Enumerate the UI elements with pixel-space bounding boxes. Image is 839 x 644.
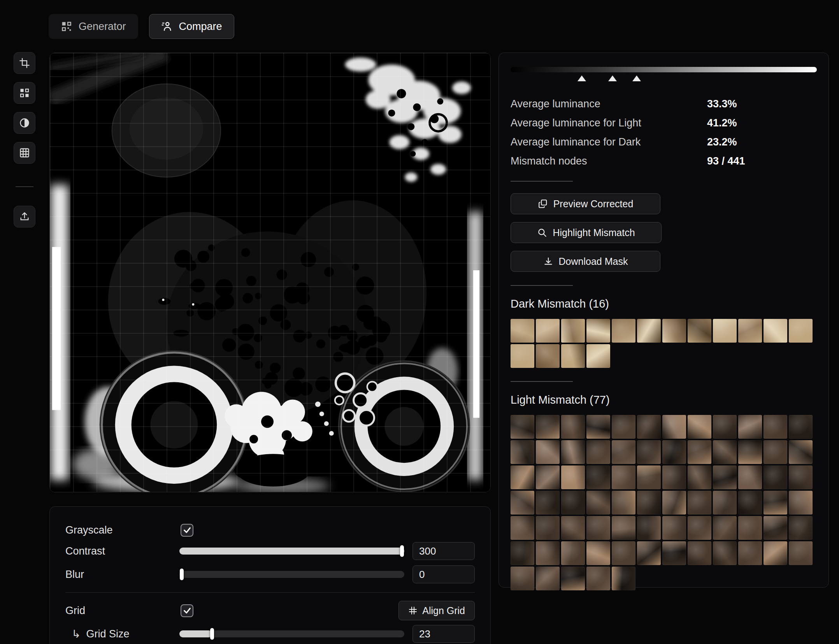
light-mismatch-tile[interactable]: [586, 415, 610, 439]
dark-mismatch-tile[interactable]: [561, 344, 585, 368]
light-mismatch-tile[interactable]: [561, 516, 585, 540]
light-mismatch-tile[interactable]: [511, 491, 534, 514]
light-mismatch-tile[interactable]: [738, 415, 762, 439]
dark-mismatch-tile[interactable]: [586, 344, 610, 368]
light-mismatch-tile[interactable]: [688, 415, 711, 439]
grid-button[interactable]: [14, 142, 35, 164]
align-grid-button[interactable]: Align Grid: [398, 601, 475, 620]
light-mismatch-tile[interactable]: [662, 440, 686, 464]
light-mismatch-tile[interactable]: [536, 440, 560, 464]
light-mismatch-tile[interactable]: [586, 491, 610, 514]
light-mismatch-tile[interactable]: [561, 567, 585, 590]
light-mismatch-tile[interactable]: [764, 415, 787, 439]
light-mismatch-tile[interactable]: [586, 440, 610, 464]
light-mismatch-tile[interactable]: [713, 466, 737, 489]
light-mismatch-tile[interactable]: [789, 516, 813, 540]
dark-mismatch-tile[interactable]: [586, 319, 610, 343]
light-mismatch-tile[interactable]: [789, 466, 813, 489]
light-mismatch-tile[interactable]: [637, 415, 661, 439]
dark-mismatch-tile[interactable]: [561, 319, 585, 343]
light-mismatch-tile[interactable]: [738, 466, 762, 489]
light-mismatch-tile[interactable]: [637, 440, 661, 464]
dark-mismatch-tile[interactable]: [612, 319, 635, 343]
light-mismatch-tile[interactable]: [536, 567, 560, 590]
light-mismatch-tile[interactable]: [586, 466, 610, 489]
light-mismatch-tile[interactable]: [713, 516, 737, 540]
light-mismatch-tile[interactable]: [713, 541, 737, 565]
light-mismatch-tile[interactable]: [612, 466, 635, 489]
grayscale-checkbox[interactable]: [181, 524, 193, 537]
light-mismatch-tile[interactable]: [612, 516, 635, 540]
light-mismatch-tile[interactable]: [586, 541, 610, 565]
light-mismatch-tile[interactable]: [688, 541, 711, 565]
image-canvas[interactable]: [49, 52, 491, 492]
light-mismatch-tile[interactable]: [713, 415, 737, 439]
light-mismatch-tile[interactable]: [713, 440, 737, 464]
light-mismatch-tile[interactable]: [764, 491, 787, 514]
light-mismatch-tile[interactable]: [764, 440, 787, 464]
light-mismatch-tile[interactable]: [612, 491, 635, 514]
light-mismatch-tile[interactable]: [536, 541, 560, 565]
light-mismatch-tile[interactable]: [688, 491, 711, 514]
dark-mismatch-tile[interactable]: [662, 319, 686, 343]
grid-size-slider-handle[interactable]: [210, 628, 214, 640]
light-mismatch-tile[interactable]: [586, 516, 610, 540]
light-mismatch-tile[interactable]: [789, 440, 813, 464]
grid-size-slider[interactable]: [179, 630, 404, 637]
crop-button[interactable]: [14, 52, 35, 74]
blur-slider[interactable]: [179, 571, 404, 578]
light-mismatch-tile[interactable]: [561, 541, 585, 565]
light-mismatch-tile[interactable]: [561, 415, 585, 439]
contrast-input[interactable]: [412, 542, 475, 560]
light-mismatch-tile[interactable]: [612, 541, 635, 565]
light-mismatch-tile[interactable]: [511, 415, 534, 439]
light-mismatch-tile[interactable]: [536, 516, 560, 540]
light-mismatch-tile[interactable]: [738, 440, 762, 464]
light-mismatch-tile[interactable]: [511, 440, 534, 464]
tab-generator[interactable]: Generator: [49, 14, 138, 39]
grid-checkbox[interactable]: [181, 604, 193, 617]
light-mismatch-tile[interactable]: [688, 466, 711, 489]
grid-size-input[interactable]: [412, 625, 475, 643]
light-mismatch-tile[interactable]: [536, 466, 560, 489]
light-mismatch-tile[interactable]: [561, 466, 585, 489]
light-mismatch-tile[interactable]: [612, 415, 635, 439]
light-mismatch-tile[interactable]: [637, 466, 661, 489]
light-mismatch-tile[interactable]: [713, 491, 737, 514]
upload-button[interactable]: [14, 206, 35, 228]
light-mismatch-tile[interactable]: [662, 466, 686, 489]
highlight-mismatch-button[interactable]: Highlight Mismatch: [511, 222, 662, 243]
download-mask-button[interactable]: Download Mask: [511, 251, 660, 272]
contrast-slider[interactable]: [179, 548, 404, 555]
light-mismatch-tile[interactable]: [738, 516, 762, 540]
dark-mismatch-tile[interactable]: [536, 344, 560, 368]
light-mismatch-tile[interactable]: [637, 491, 661, 514]
light-mismatch-tile[interactable]: [662, 541, 686, 565]
tiles-button[interactable]: [14, 82, 35, 104]
light-mismatch-tile[interactable]: [662, 415, 686, 439]
dark-mismatch-tile[interactable]: [713, 319, 737, 343]
light-mismatch-tile[interactable]: [662, 516, 686, 540]
light-mismatch-tile[interactable]: [789, 491, 813, 514]
light-mismatch-tile[interactable]: [738, 541, 762, 565]
light-mismatch-tile[interactable]: [511, 516, 534, 540]
light-mismatch-tile[interactable]: [536, 491, 560, 514]
tab-compare[interactable]: Compare: [149, 14, 234, 39]
preview-corrected-button[interactable]: Preview Corrected: [511, 193, 660, 214]
dark-mismatch-tile[interactable]: [789, 319, 813, 343]
light-mismatch-tile[interactable]: [789, 415, 813, 439]
light-mismatch-tile[interactable]: [586, 567, 610, 590]
contrast-button[interactable]: [14, 112, 35, 134]
light-mismatch-tile[interactable]: [511, 567, 534, 590]
light-mismatch-tile[interactable]: [637, 516, 661, 540]
dark-mismatch-tile[interactable]: [511, 319, 534, 343]
light-mismatch-tile[interactable]: [764, 466, 787, 489]
dark-mismatch-tile[interactable]: [637, 319, 661, 343]
light-mismatch-tile[interactable]: [612, 567, 635, 590]
light-mismatch-tile[interactable]: [688, 440, 711, 464]
light-mismatch-tile[interactable]: [637, 541, 661, 565]
light-mismatch-tile[interactable]: [561, 440, 585, 464]
light-mismatch-tile[interactable]: [536, 415, 560, 439]
light-mismatch-tile[interactable]: [612, 440, 635, 464]
light-mismatch-tile[interactable]: [738, 491, 762, 514]
